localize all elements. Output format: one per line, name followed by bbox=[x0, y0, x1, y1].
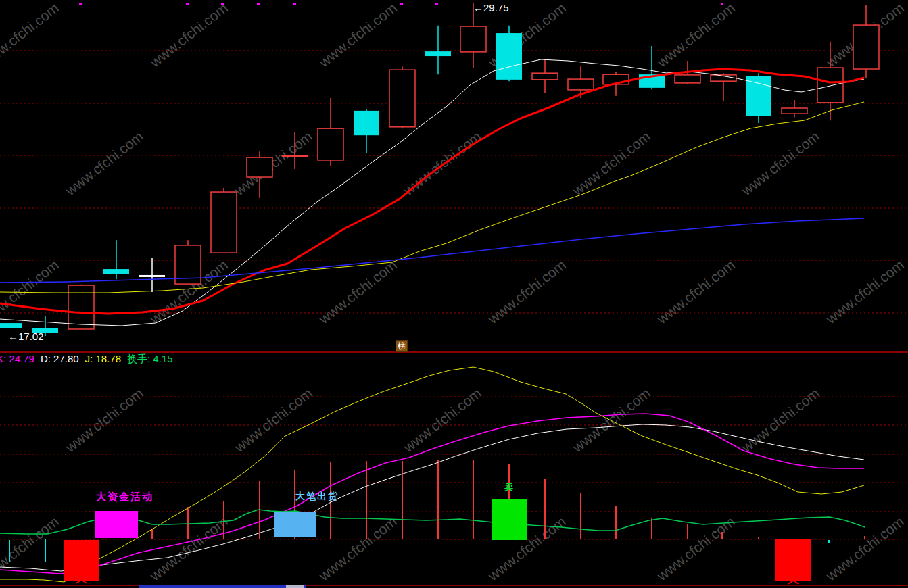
price-high-label: ←29.75 bbox=[473, 2, 509, 14]
horizontal-scrollbar[interactable] bbox=[139, 585, 306, 588]
scrollbar-thumb[interactable] bbox=[286, 585, 304, 588]
signal-label-fund-activity: 大资金活动 bbox=[96, 491, 153, 504]
status-item: 换手: 4.15 bbox=[127, 353, 173, 364]
signal-label-sell: 卖 bbox=[504, 481, 513, 493]
status-item: D: 27.80 bbox=[41, 353, 79, 364]
stock-chart-app: www.cfchi.comwww.cfchi.comwww.cfchi.comw… bbox=[0, 0, 908, 588]
status-item: J: 18.78 bbox=[85, 353, 121, 364]
price-low-label: ←17.02 bbox=[8, 330, 44, 342]
status-item: K: 24.79 bbox=[0, 353, 34, 364]
board-tag-badge[interactable]: 榜 bbox=[396, 340, 408, 352]
kdj-status-bar: K: 24.79D: 27.80J: 18.78换手: 4.15 bbox=[0, 353, 179, 366]
signal-label-sell-off: 大笔出货 bbox=[295, 491, 339, 503]
